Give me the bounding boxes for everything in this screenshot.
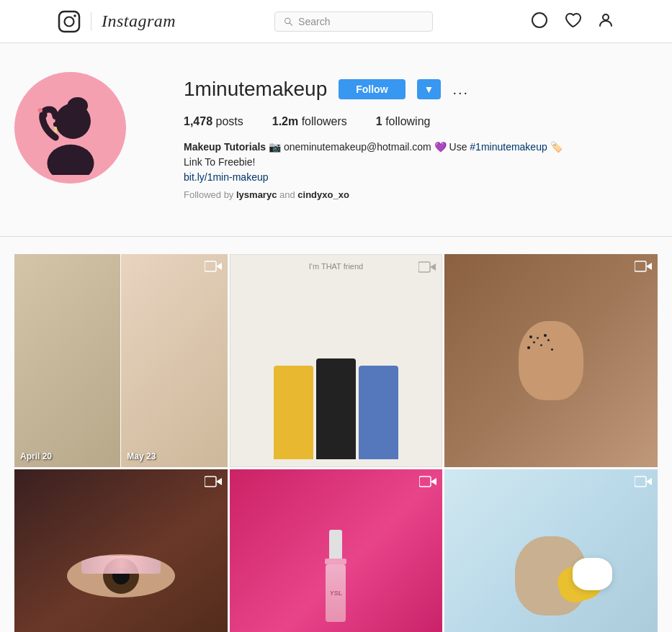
more-options-button[interactable]: ... — [452, 81, 469, 98]
profile-container: 1minutemakeup Follow ▼ ... 1,478 posts 1… — [0, 43, 672, 236]
posts-stat: 1,478 posts — [184, 115, 243, 128]
svg-rect-16 — [205, 261, 216, 271]
svg-rect-13 — [54, 127, 57, 133]
profile-username: 1minutemakeup — [184, 78, 327, 101]
header-icons — [531, 12, 614, 32]
svg-marker-6 — [537, 17, 542, 23]
post-item-2[interactable]: I'm THAT friend — [230, 254, 443, 467]
posts-count: 1,478 — [184, 115, 212, 127]
svg-point-7 — [603, 14, 609, 20]
post-overlay-text: I'm THAT friend — [309, 262, 363, 271]
profile-avatar — [14, 72, 126, 184]
bio-cta: Link To Freebie! — [184, 156, 255, 168]
followers-label: followers — [302, 115, 347, 127]
svg-rect-0 — [59, 12, 79, 32]
following-label: following — [385, 115, 430, 127]
profile-stats: 1,478 posts 1.2m followers 1 following — [184, 115, 658, 128]
search-input[interactable] — [298, 16, 423, 27]
profile-name-row: 1minutemakeup Follow ▼ ... — [184, 78, 658, 101]
svg-point-2 — [73, 14, 76, 17]
bio-tag-emoji: 🏷️ — [550, 141, 563, 153]
header-divider — [91, 12, 91, 31]
svg-rect-18 — [418, 262, 430, 272]
profile-info: 1minutemakeup Follow ▼ ... 1,478 posts 1… — [184, 72, 658, 200]
profile-icon[interactable] — [597, 12, 614, 32]
profile-avatar-wrap — [14, 72, 126, 184]
post-item-4[interactable] — [14, 469, 228, 632]
posts-label: posts — [216, 115, 243, 127]
svg-point-1 — [65, 17, 74, 26]
instagram-wordmark: Instagram — [102, 12, 176, 31]
following-stat: 1 following — [376, 115, 431, 128]
following-count: 1 — [376, 115, 382, 127]
header: Instagram — [0, 0, 672, 43]
bio-title: Makeup Tutorials — [184, 141, 266, 153]
followed-by-user-2[interactable]: cindyxo_xo — [297, 189, 349, 200]
svg-marker-19 — [430, 263, 436, 271]
bio-heart-emoji: 💜 — [434, 141, 449, 153]
search-icon — [284, 17, 293, 27]
followed-by: Followed by lysmaryc and cindyxo_xo — [184, 189, 658, 200]
avatar-silhouette — [24, 81, 117, 175]
follow-dropdown-button[interactable]: ▼ — [417, 79, 442, 99]
follow-button[interactable]: Follow — [339, 79, 405, 99]
posts-grid: April 20 May 23 I'm THAT friend — [0, 254, 672, 632]
bio-email: oneminutemakeup@hotmail.com — [284, 141, 431, 153]
svg-point-12 — [53, 122, 58, 127]
instagram-logo-icon — [58, 10, 81, 33]
svg-point-5 — [532, 13, 547, 27]
svg-line-4 — [290, 22, 292, 24]
followers-count: 1.2m — [272, 115, 298, 127]
post-item-6[interactable] — [444, 469, 658, 632]
video-icon-2 — [418, 261, 436, 274]
profile-bio: Makeup Tutorials 📷 oneminutemakeup@hotma… — [184, 140, 658, 185]
compass-icon[interactable] — [531, 12, 548, 32]
posts-separator — [0, 236, 672, 237]
bio-hashtag: #1minutemakeup — [470, 141, 547, 153]
svg-marker-17 — [216, 263, 222, 270]
header-left: Instagram — [58, 10, 176, 33]
svg-point-11 — [67, 97, 88, 114]
profile-header: 1minutemakeup Follow ▼ ... 1,478 posts 1… — [14, 72, 658, 200]
post-item-3[interactable] — [444, 254, 658, 467]
svg-point-15 — [37, 108, 42, 113]
followed-by-user-1[interactable]: lysmaryc — [236, 189, 277, 200]
post-item-1[interactable]: April 20 May 23 — [14, 254, 228, 467]
bio-link[interactable]: bit.ly/1min-makeup — [184, 171, 269, 183]
followed-by-label: Followed by — [184, 189, 233, 200]
post-item-5[interactable]: YSL — [230, 469, 443, 632]
bio-camera-emoji: 📷 — [269, 141, 284, 153]
followers-stat: 1.2m followers — [272, 115, 347, 128]
video-icon — [205, 260, 222, 273]
search-bar[interactable] — [274, 12, 433, 32]
heart-icon[interactable] — [564, 12, 581, 32]
